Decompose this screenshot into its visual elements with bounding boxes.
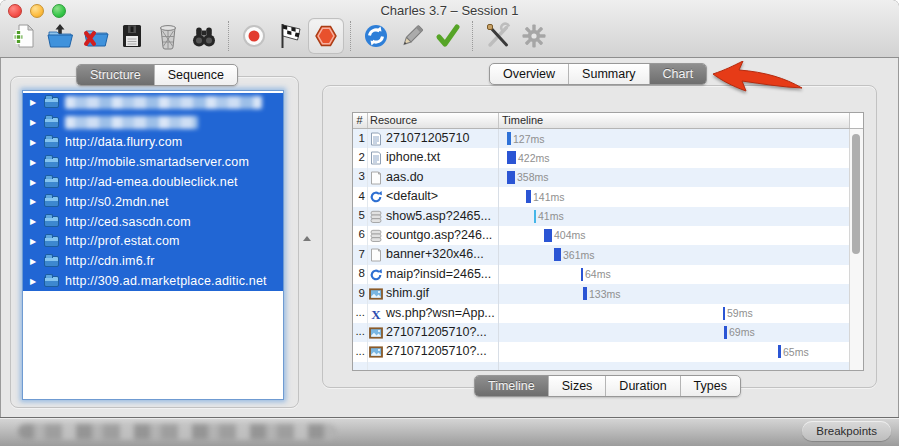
splitter-collapse-handle[interactable]	[303, 236, 311, 241]
detail-tab[interactable]: Chart	[649, 64, 707, 84]
repeat-button[interactable]	[358, 18, 394, 54]
tree-item[interactable]: ▶ http://s0.2mdn.net	[23, 192, 283, 212]
clear-session-button[interactable]	[150, 18, 186, 54]
timeline-cell: 358ms	[499, 168, 850, 187]
row-number: 6	[353, 228, 365, 240]
folder-icon	[44, 236, 59, 247]
redacted-status-text	[18, 424, 336, 439]
timeline-bar	[723, 307, 725, 320]
chart-mode-tab[interactable]: Types	[680, 376, 740, 396]
folder-icon	[44, 97, 59, 108]
host-url-label: http://309.ad.marketplace.aditic.net	[65, 274, 267, 288]
column-header-resource[interactable]: Resource	[370, 114, 417, 126]
disclosure-triangle-icon[interactable]: ▶	[30, 98, 39, 107]
resource-name: banner+320x46...	[386, 247, 484, 261]
edit-button[interactable]	[394, 18, 430, 54]
tree-item[interactable]: ▶	[23, 93, 283, 113]
disclosure-triangle-icon[interactable]: ▶	[30, 178, 39, 187]
resource-icon	[369, 268, 383, 282]
script-icon	[369, 229, 383, 243]
breakpoints-button[interactable]: Breakpoints	[802, 421, 891, 441]
timeline-bar	[778, 345, 781, 358]
row-number: ...	[353, 325, 365, 337]
tree-item[interactable]: ▶ http://cdn.im6.fr	[23, 251, 283, 271]
table-row[interactable]: 9 shim.gif 133ms	[353, 284, 850, 303]
disclosure-triangle-icon[interactable]: ▶	[30, 277, 39, 286]
table-row[interactable]: 3 aas.do 358ms	[353, 168, 850, 187]
disclosure-triangle-icon[interactable]: ▶	[30, 138, 39, 147]
open-folder-icon	[46, 22, 74, 50]
table-row[interactable]: ... X ws.php?wsn=App... 59ms	[353, 304, 850, 323]
disclosure-triangle-icon[interactable]: ▶	[30, 257, 39, 266]
tree-item[interactable]: ▶ http://prof.estat.com	[23, 232, 283, 252]
find-button[interactable]	[186, 18, 222, 54]
column-header-timeline[interactable]: Timeline	[502, 114, 543, 126]
tree-item[interactable]: ▶ http://mobile.smartadserver.com	[23, 152, 283, 172]
left-panel-tab[interactable]: Structure	[77, 65, 154, 85]
table-row[interactable]: 7 banner+320x46... 361ms	[353, 245, 850, 264]
column-divider[interactable]	[498, 113, 499, 128]
timeline-bar	[581, 268, 583, 281]
resource-icon	[369, 151, 383, 165]
detail-tab[interactable]: Overview	[490, 64, 568, 84]
open-session-button[interactable]	[42, 18, 78, 54]
table-row[interactable]: 8 maip?insid=2465... 64ms	[353, 265, 850, 284]
table-row[interactable]: ... 271071205710?... 69ms	[353, 323, 850, 342]
row-number: 8	[353, 267, 365, 279]
table-row[interactable]: 2 iphone.txt 422ms	[353, 148, 850, 167]
scrollbar-thumb[interactable]	[852, 134, 860, 254]
table-row[interactable]: 4 <default> 141ms	[353, 187, 850, 206]
table-row[interactable]: 5 show5.asp?2465... 41ms	[353, 207, 850, 226]
save-icon	[118, 22, 146, 50]
disclosure-triangle-icon[interactable]: ▶	[30, 237, 39, 246]
duration-label: 358ms	[517, 171, 549, 183]
tree-item[interactable]: ▶	[23, 113, 283, 133]
close-session-button[interactable]	[78, 18, 114, 54]
save-session-button[interactable]	[114, 18, 150, 54]
column-header-num[interactable]: #	[353, 114, 366, 126]
folder-icon	[44, 216, 59, 227]
table-row[interactable]: 6 countgo.asp?246... 404ms	[353, 226, 850, 245]
detail-tab[interactable]: Summary	[568, 64, 648, 84]
tree-item[interactable]: ▶ http://ced.sascdn.com	[23, 212, 283, 232]
close-folder-icon	[82, 22, 110, 50]
record-button[interactable]	[236, 18, 272, 54]
folder-icon	[44, 256, 59, 267]
table-row[interactable]: 1 271071205710 127ms	[353, 129, 850, 148]
resource-icon	[369, 229, 383, 243]
disclosure-triangle-icon[interactable]: ▶	[30, 197, 39, 206]
image-icon	[369, 326, 383, 340]
redacted-host-label	[65, 96, 262, 109]
finish-flag-button[interactable]	[272, 18, 308, 54]
disclosure-triangle-icon[interactable]: ▶	[30, 158, 39, 167]
resource-name: maip?insid=2465...	[386, 267, 491, 281]
timeline-cell: 133ms	[499, 284, 850, 303]
resource-icon: X	[369, 307, 383, 321]
disclosure-triangle-icon[interactable]: ▶	[30, 118, 39, 127]
tree-item[interactable]: ▶ http://309.ad.marketplace.aditic.net	[23, 271, 283, 291]
disclosure-triangle-icon[interactable]: ▶	[30, 217, 39, 226]
left-panel-tab[interactable]: Sequence	[154, 65, 237, 85]
tools-button[interactable]	[480, 18, 516, 54]
chart-mode-tab[interactable]: Duration	[605, 376, 679, 396]
duration-label: 41ms	[538, 210, 564, 222]
settings-button[interactable]	[516, 18, 552, 54]
timeline-bar	[724, 326, 727, 339]
new-session-button[interactable]	[6, 18, 42, 54]
dynamic-request-icon	[369, 190, 383, 204]
chart-mode-tab[interactable]: Sizes	[548, 376, 606, 396]
stop-button[interactable]	[308, 18, 344, 54]
chart-mode-tab[interactable]: Timeline	[475, 376, 548, 396]
timeline-bar	[526, 190, 531, 203]
host-tree-list[interactable]: ▶ ▶ ▶ http://data.flurry.com ▶	[22, 90, 284, 400]
table-row[interactable]: ... 271071205710?... 65ms	[353, 342, 850, 361]
resource-name: 271071205710?...	[386, 344, 487, 358]
table-scrollbar[interactable]	[849, 129, 863, 370]
column-divider[interactable]	[367, 113, 368, 128]
row-number: 7	[353, 248, 365, 260]
tree-item[interactable]: ▶ http://data.flurry.com	[23, 133, 283, 153]
toolbar-separator	[472, 21, 474, 51]
validate-button[interactable]	[430, 18, 466, 54]
tree-item[interactable]: ▶ http://ad-emea.doubleclick.net	[23, 172, 283, 192]
timeline-cell: 65ms	[499, 342, 850, 361]
